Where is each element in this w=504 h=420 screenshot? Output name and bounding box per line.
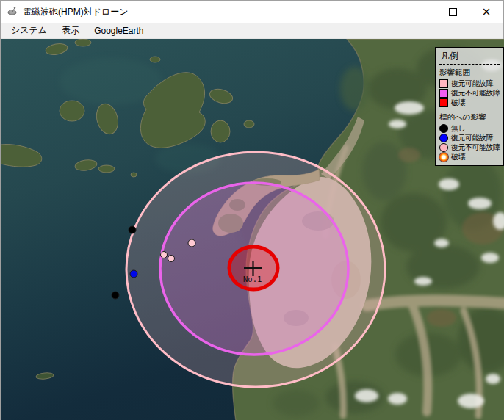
- legend-item: 破壊: [439, 98, 500, 107]
- window-title: 電磁波砲(HPM)対ドローン: [23, 6, 129, 18]
- pink-circle-swatch: [439, 143, 448, 152]
- legend-item: 破壊: [439, 153, 500, 162]
- legend-item: 復元可能故障: [439, 79, 500, 88]
- legend-item: 無し: [439, 124, 500, 133]
- target-dot-recoverable[interactable]: [130, 270, 137, 278]
- blue-circle-swatch: [439, 134, 448, 142]
- legend-item: 復元不可能故障: [439, 89, 500, 98]
- explosion-icon: [439, 153, 448, 162]
- menu-view[interactable]: 表示: [54, 22, 87, 39]
- legend-heading-target: 標的への影響: [439, 112, 500, 123]
- legend-divider: [439, 64, 500, 65]
- marker-label: No.1: [243, 275, 262, 283]
- black-circle-swatch: [439, 124, 448, 133]
- menu-googleearth[interactable]: GoogleEarth: [87, 23, 151, 38]
- target-dot-none[interactable]: [112, 292, 119, 299]
- legend-panel: 凡例 影響範囲 復元可能故障 復元不可能故障 破壊 標的への影響 無し 復元可能…: [435, 47, 504, 166]
- legend-title: 凡例: [441, 50, 500, 62]
- satellite-dish-icon: [7, 6, 18, 18]
- legend-item: 復元不可能故障: [439, 143, 500, 152]
- minimize-button[interactable]: [402, 1, 436, 23]
- maximize-icon: [449, 8, 457, 16]
- minimize-icon: [415, 12, 422, 12]
- app-window: 電磁波砲(HPM)対ドローン × システム 表示 GoogleEarth: [0, 0, 504, 420]
- close-button[interactable]: ×: [469, 1, 503, 23]
- legend-divider: [439, 109, 486, 109]
- map-canvas: No.1: [1, 39, 504, 420]
- target-dot-unrecoverable[interactable]: [168, 256, 175, 262]
- satellite-map[interactable]: No.1: [1, 39, 504, 420]
- legend-heading-range: 影響範囲: [439, 68, 500, 78]
- maximize-button[interactable]: [436, 1, 469, 23]
- target-dot-none[interactable]: [129, 226, 136, 233]
- magenta-square-swatch: [439, 89, 448, 98]
- target-dot-unrecoverable[interactable]: [188, 239, 195, 247]
- red-square-swatch: [439, 98, 448, 107]
- legend-item: 復元可能故障: [439, 134, 500, 142]
- close-icon: ×: [482, 7, 492, 18]
- target-dot-unrecoverable[interactable]: [161, 252, 168, 258]
- title-bar: 電磁波砲(HPM)対ドローン ×: [1, 1, 503, 23]
- menu-bar: システム 表示 GoogleEarth: [1, 23, 503, 39]
- pink-square-swatch: [439, 79, 448, 88]
- menu-system[interactable]: システム: [4, 22, 54, 39]
